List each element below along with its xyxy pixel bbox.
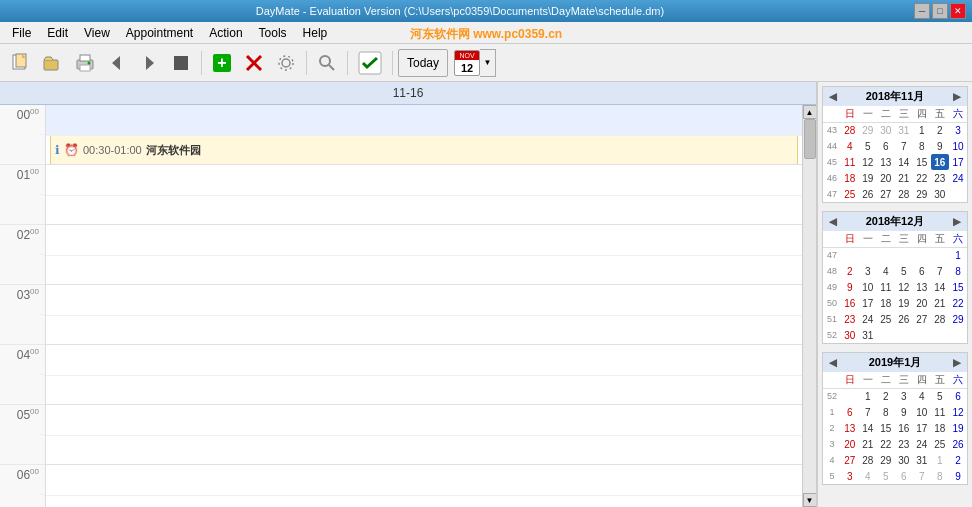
day-2-2-1[interactable]: 14	[859, 420, 877, 436]
print-button[interactable]	[70, 48, 100, 78]
day-1-1-4[interactable]: 6	[913, 263, 931, 279]
day-1-5-2[interactable]	[877, 327, 895, 343]
search-button[interactable]	[312, 48, 342, 78]
new-button[interactable]	[6, 48, 36, 78]
dropdown-arrow[interactable]: ▼	[480, 49, 496, 77]
day-2-2-2[interactable]: 15	[877, 420, 895, 436]
day-2-1-6[interactable]: 12	[949, 404, 967, 420]
day-2-3-3[interactable]: 23	[895, 436, 913, 452]
day-2-1-4[interactable]: 10	[913, 404, 931, 420]
day-0-0-6[interactable]: 3	[949, 122, 967, 138]
day-2-0-2[interactable]: 2	[877, 388, 895, 404]
day-2-4-3[interactable]: 30	[895, 452, 913, 468]
day-1-2-6[interactable]: 15	[949, 279, 967, 295]
day-2-5-6[interactable]: 9	[949, 468, 967, 484]
day-0-4-1[interactable]: 26	[859, 186, 877, 202]
day-2-3-6[interactable]: 26	[949, 436, 967, 452]
day-1-1-6[interactable]: 8	[949, 263, 967, 279]
day-1-4-6[interactable]: 29	[949, 311, 967, 327]
day-1-3-1[interactable]: 17	[859, 295, 877, 311]
menu-view[interactable]: View	[76, 24, 118, 42]
day-0-4-4[interactable]: 29	[913, 186, 931, 202]
day-0-0-5[interactable]: 2	[931, 122, 949, 138]
checklist-button[interactable]	[353, 48, 387, 78]
menu-edit[interactable]: Edit	[39, 24, 76, 42]
day-2-1-2[interactable]: 8	[877, 404, 895, 420]
day-0-0-4[interactable]: 1	[913, 122, 931, 138]
day-1-5-4[interactable]	[913, 327, 931, 343]
day-0-1-4[interactable]: 8	[913, 138, 931, 154]
day-1-4-1[interactable]: 24	[859, 311, 877, 327]
day-2-2-0[interactable]: 13	[841, 420, 859, 436]
day-1-0-4[interactable]	[913, 247, 931, 263]
day-0-3-6[interactable]: 24	[949, 170, 967, 186]
day-1-1-5[interactable]: 7	[931, 263, 949, 279]
day-1-5-3[interactable]	[895, 327, 913, 343]
day-1-4-0[interactable]: 23	[841, 311, 859, 327]
hour-row-1[interactable]	[46, 165, 802, 225]
menu-appointment[interactable]: Appointment	[118, 24, 201, 42]
day-1-0-6[interactable]: 1	[949, 247, 967, 263]
day-0-1-6[interactable]: 10	[949, 138, 967, 154]
prev-month-0[interactable]: ◀	[827, 91, 839, 102]
day-2-0-1[interactable]: 1	[859, 388, 877, 404]
hour-row-4[interactable]	[46, 345, 802, 405]
day-0-3-3[interactable]: 21	[895, 170, 913, 186]
restore-button[interactable]: □	[932, 3, 948, 19]
day-0-4-2[interactable]: 27	[877, 186, 895, 202]
day-2-3-5[interactable]: 25	[931, 436, 949, 452]
day-0-0-1[interactable]: 29	[859, 122, 877, 138]
day-0-2-3[interactable]: 14	[895, 154, 913, 170]
prev-month-1[interactable]: ◀	[827, 216, 839, 227]
day-0-4-3[interactable]: 28	[895, 186, 913, 202]
day-0-3-5[interactable]: 23	[931, 170, 949, 186]
day-0-4-5[interactable]: 30	[931, 186, 949, 202]
day-2-1-5[interactable]: 11	[931, 404, 949, 420]
day-2-2-5[interactable]: 18	[931, 420, 949, 436]
day-1-1-1[interactable]: 3	[859, 263, 877, 279]
stop-button[interactable]	[166, 48, 196, 78]
menu-tools[interactable]: Tools	[251, 24, 295, 42]
day-1-0-5[interactable]	[931, 247, 949, 263]
day-2-2-6[interactable]: 19	[949, 420, 967, 436]
next-month-1[interactable]: ▶	[951, 216, 963, 227]
menu-action[interactable]: Action	[201, 24, 250, 42]
day-0-1-1[interactable]: 5	[859, 138, 877, 154]
day-1-4-5[interactable]: 28	[931, 311, 949, 327]
day-1-0-1[interactable]	[859, 247, 877, 263]
scroll-track[interactable]	[803, 119, 817, 493]
day-1-2-1[interactable]: 10	[859, 279, 877, 295]
day-2-5-3[interactable]: 6	[895, 468, 913, 484]
day-1-0-0[interactable]	[841, 247, 859, 263]
day-1-5-1[interactable]: 31	[859, 327, 877, 343]
settings-button[interactable]	[271, 48, 301, 78]
day-2-0-5[interactable]: 5	[931, 388, 949, 404]
day-1-2-2[interactable]: 11	[877, 279, 895, 295]
day-1-1-2[interactable]: 4	[877, 263, 895, 279]
day-2-3-2[interactable]: 22	[877, 436, 895, 452]
day-2-5-0[interactable]: 3	[841, 468, 859, 484]
day-0-0-0[interactable]: 28	[841, 122, 859, 138]
day-1-3-0[interactable]: 16	[841, 295, 859, 311]
day-2-4-1[interactable]: 28	[859, 452, 877, 468]
hour-row-5[interactable]	[46, 405, 802, 465]
day-1-3-3[interactable]: 19	[895, 295, 913, 311]
day-2-4-6[interactable]: 2	[949, 452, 967, 468]
day-0-3-4[interactable]: 22	[913, 170, 931, 186]
day-2-1-1[interactable]: 7	[859, 404, 877, 420]
day-2-0-4[interactable]: 4	[913, 388, 931, 404]
events-column[interactable]: ℹ ⏰ 00:30-01:00 河东软件园	[46, 105, 802, 507]
hour-row-0[interactable]	[46, 105, 802, 165]
day-2-2-3[interactable]: 16	[895, 420, 913, 436]
day-1-4-2[interactable]: 25	[877, 311, 895, 327]
calendar-dropdown[interactable]: NOV 12 ▼	[454, 49, 496, 77]
day-0-2-6[interactable]: 17	[949, 154, 967, 170]
day-1-1-0[interactable]: 2	[841, 263, 859, 279]
day-0-2-4[interactable]: 15	[913, 154, 931, 170]
scroll-down[interactable]: ▼	[803, 493, 817, 507]
day-1-4-4[interactable]: 27	[913, 311, 931, 327]
day-2-2-4[interactable]: 17	[913, 420, 931, 436]
menu-file[interactable]: File	[4, 24, 39, 42]
day-1-5-0[interactable]: 30	[841, 327, 859, 343]
day-2-3-4[interactable]: 24	[913, 436, 931, 452]
